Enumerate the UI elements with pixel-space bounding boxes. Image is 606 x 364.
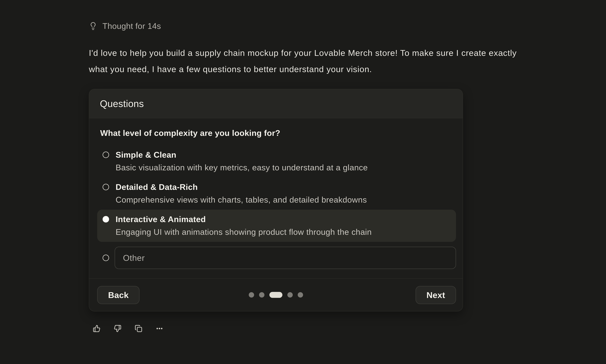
radio-unselected-icon[interactable] [103, 152, 109, 158]
thumbs-down-icon [114, 325, 121, 332]
option-text: Simple & Clean Basic visualization with … [116, 150, 368, 172]
thought-duration-toggle[interactable]: Thought for 14s [89, 21, 161, 31]
option-label: Detailed & Data-Rich [116, 182, 367, 192]
copy-button[interactable] [135, 325, 142, 332]
questions-card-footer: Back Next [89, 278, 463, 311]
thumbs-up-icon [93, 325, 100, 332]
question-text: What level of complexity are you looking… [100, 128, 456, 138]
option-label: Interactive & Animated [116, 214, 372, 224]
assistant-message-text: I'd love to help you build a supply chai… [89, 45, 532, 77]
option-description: Comprehensive views with charts, tables,… [116, 195, 367, 204]
questions-card-header: Questions [89, 89, 463, 118]
more-options-icon [156, 325, 163, 332]
page-dot-3-active [269, 292, 283, 298]
thought-duration-label: Thought for 14s [102, 21, 161, 31]
option-description: Engaging UI with animations showing prod… [116, 227, 372, 236]
options-list: Simple & Clean Basic visualization with … [97, 145, 456, 269]
radio-unselected-icon[interactable] [103, 184, 109, 190]
radio-unselected-icon[interactable] [103, 255, 109, 261]
lightbulb-icon [89, 22, 97, 30]
option-description: Basic visualization with key metrics, ea… [116, 163, 368, 172]
questions-card: Questions What level of complexity are y… [89, 89, 463, 312]
option-interactive-animated-selected[interactable]: Interactive & Animated Engaging UI with … [97, 210, 456, 242]
page-dot-1 [249, 292, 254, 298]
next-button[interactable]: Next [416, 286, 456, 304]
chat-assistant-turn: Thought for 14s I'd love to help you bui… [0, 0, 606, 364]
option-other[interactable] [97, 247, 456, 269]
back-button[interactable]: Back [97, 286, 139, 304]
page-dot-4 [287, 292, 293, 298]
pagination-dots [249, 292, 303, 298]
option-label: Simple & Clean [116, 150, 368, 160]
page-dot-5 [298, 292, 303, 298]
radio-selected-icon[interactable] [103, 216, 109, 222]
thumbs-up-button[interactable] [93, 325, 100, 332]
card-title: Questions [100, 98, 452, 109]
message-actions-row [93, 325, 606, 332]
copy-icon [135, 325, 142, 332]
option-detailed-data-rich[interactable]: Detailed & Data-Rich Comprehensive views… [97, 177, 456, 210]
option-simple-clean[interactable]: Simple & Clean Basic visualization with … [97, 145, 456, 177]
option-text: Detailed & Data-Rich Comprehensive views… [116, 182, 367, 204]
thumbs-down-button[interactable] [114, 325, 121, 332]
more-options-button[interactable] [156, 325, 163, 332]
other-text-input[interactable] [115, 247, 456, 269]
option-text: Interactive & Animated Engaging UI with … [116, 214, 372, 236]
page-dot-2 [259, 292, 264, 298]
questions-card-body: What level of complexity are you looking… [89, 118, 463, 278]
